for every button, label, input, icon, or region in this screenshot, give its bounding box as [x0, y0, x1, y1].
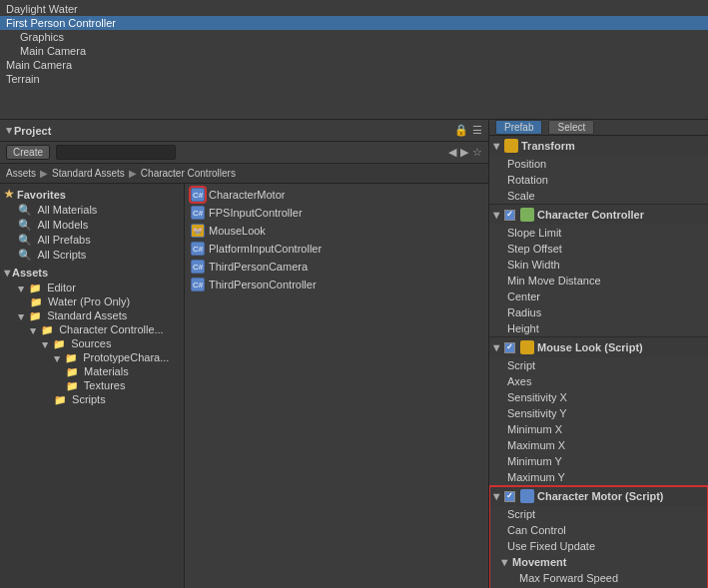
assets-tree: ★ Favorites 🔍 All Materials 🔍 All Models [0, 184, 185, 588]
skin-width-row: Skin Width [489, 257, 708, 273]
hierarchy-item-terrain[interactable]: Terrain [0, 72, 708, 86]
file-platform-input[interactable]: C# PlatformInputController [185, 240, 488, 258]
mouse-look-checkbox[interactable] [504, 342, 515, 353]
height-row: Height [489, 320, 708, 336]
movement-label: Movement [512, 556, 566, 568]
char-ctrl-component-icon [520, 208, 534, 222]
platform-input-icon: C# [191, 242, 205, 256]
search-input[interactable] [56, 145, 176, 160]
hierarchy-item-daylight-water[interactable]: Daylight Water [0, 2, 708, 16]
scripts-folder-icon: 📁 [54, 394, 66, 405]
favorites-all-materials[interactable]: 🔍 All Materials [0, 203, 184, 218]
favorites-all-models[interactable]: 🔍 All Models [0, 218, 184, 233]
rotation-label: Rotation [507, 174, 702, 186]
create-button[interactable]: Create [6, 145, 50, 160]
assets-label: Assets [12, 267, 48, 279]
scale-label: Scale [507, 190, 702, 202]
hierarchy-item-graphics[interactable]: Graphics [0, 30, 708, 44]
character-controller-section: ▶ Character Controller Slope Limit Step … [489, 205, 708, 337]
third-person-camera-icon: C# [191, 260, 205, 274]
standard-assets-expand-icon: ▶ [17, 314, 26, 320]
transform-label: Transform [521, 140, 575, 152]
project-second-icons: ◀ ▶ ☆ [448, 146, 482, 159]
mouse-look-script-row: Script [489, 357, 708, 373]
char-ctrl-header[interactable]: ▶ Character Controller [489, 205, 708, 225]
assets-expand-icon: ▶ [3, 270, 12, 276]
main-area: ▶ Project 🔒 ☰ Create ◀ ▶ ☆ Assets ▶ Stan… [0, 120, 708, 588]
use-fixed-update-row: Use Fixed Update [489, 538, 708, 554]
lock-icon[interactable]: 🔒 [454, 124, 468, 137]
hierarchy-panel: Daylight Water First Person Controller G… [0, 0, 708, 120]
character-motor-icon: C# [191, 188, 205, 202]
prefab-button[interactable]: Prefab [495, 120, 542, 135]
breadcrumb-character-controllers[interactable]: Character Controllers [141, 168, 236, 179]
menu-icon[interactable]: ☰ [472, 124, 482, 137]
project-panel: ▶ Project 🔒 ☰ Create ◀ ▶ ☆ Assets ▶ Stan… [0, 120, 489, 588]
breadcrumb: Assets ▶ Standard Assets ▶ Character Con… [0, 164, 488, 184]
char-ctrl-expand-icon: ▶ [29, 328, 38, 334]
tree-editor[interactable]: ▶ 📁 Editor [0, 281, 184, 294]
char-motor-component-icon [520, 489, 534, 503]
textures-folder-icon: 📁 [66, 380, 78, 391]
project-collapse-icon[interactable]: ▶ [5, 128, 14, 134]
radius-row: Radius [489, 304, 708, 320]
position-label: Position [507, 158, 702, 170]
third-person-ctrl-icon: C# [191, 278, 205, 292]
transform-expand-icon: ▶ [492, 143, 501, 149]
tree-water[interactable]: 📁 Water (Pro Only) [0, 294, 184, 308]
mouse-look-section: ▶ Mouse Look (Script) Script Axes Sensit… [489, 337, 708, 486]
tree-character-controllers[interactable]: ▶ 📁 Character Controlle... [0, 322, 184, 336]
favorites-all-prefabs[interactable]: 🔍 All Prefabs [0, 233, 184, 248]
search-scripts-icon: 🔍 [18, 249, 32, 261]
transform-position-row: Position [489, 156, 708, 172]
transform-header[interactable]: ▶ Transform [489, 136, 708, 156]
char-motor-label: Character Motor (Script) [537, 490, 664, 502]
favorites-section[interactable]: ★ Favorites [0, 186, 184, 203]
file-mouse-look[interactable]: 🐭 MouseLook [185, 222, 488, 240]
project-toolbar: ▶ Project 🔒 ☰ [0, 120, 488, 142]
hierarchy-item-first-person[interactable]: First Person Controller [0, 16, 708, 30]
tree-materials[interactable]: 📁 Materials [0, 364, 184, 378]
file-third-person-controller[interactable]: C# ThirdPersonController [185, 276, 488, 294]
mouse-look-header[interactable]: ▶ Mouse Look (Script) [489, 337, 708, 357]
breadcrumb-assets[interactable]: Assets [6, 168, 36, 179]
maximum-x-row: Maximum X [489, 437, 708, 453]
tree-sources[interactable]: ▶ 📁 Sources [0, 336, 184, 350]
editor-expand-icon: ▶ [17, 287, 26, 293]
inspector-toolbar: Prefab Select [489, 120, 708, 136]
tree-textures[interactable]: 📁 Textures [0, 378, 184, 392]
assets-section[interactable]: ▶ Assets [0, 265, 184, 281]
min-move-distance-row: Min Move Distance [489, 273, 708, 289]
char-motor-checkbox[interactable] [504, 491, 515, 502]
max-forward-speed-row: Max Forward Speed [489, 570, 708, 586]
right-arrow-icon[interactable]: ▶ [460, 146, 468, 159]
select-button[interactable]: Select [548, 120, 594, 135]
project-title: Project [14, 125, 51, 137]
favorites-all-scripts[interactable]: 🔍 All Scripts [0, 248, 184, 263]
minimum-y-row: Minimum Y [489, 453, 708, 469]
left-arrow-icon[interactable]: ◀ [448, 146, 456, 159]
project-second-row: Create ◀ ▶ ☆ [0, 142, 488, 164]
star-nav-icon[interactable]: ☆ [472, 146, 482, 159]
tree-prototype[interactable]: ▶ 📁 PrototypeChara... [0, 350, 184, 364]
hierarchy-item-main-camera-child[interactable]: Main Camera [0, 44, 708, 58]
sources-expand-icon: ▶ [41, 342, 50, 348]
tree-scripts[interactable]: 📁 Scripts [0, 392, 184, 406]
mouse-look-axes-row: Axes [489, 373, 708, 389]
tree-standard-assets[interactable]: ▶ 📁 Standard Assets [0, 308, 184, 322]
file-fps-input[interactable]: C# FPSInputController [185, 204, 488, 222]
file-character-motor[interactable]: C# CharacterMotor [185, 186, 488, 204]
char-ctrl-label: Character Controller [537, 209, 644, 221]
hierarchy-item-main-camera[interactable]: Main Camera [0, 58, 708, 72]
file-third-person-camera[interactable]: C# ThirdPersonCamera [185, 258, 488, 276]
char-motor-expand-icon: ▶ [492, 493, 501, 499]
breadcrumb-standard-assets[interactable]: Standard Assets [52, 168, 125, 179]
char-ctrl-checkbox[interactable] [504, 210, 515, 221]
prototype-folder-icon: 📁 [65, 352, 77, 363]
materials-folder-icon: 📁 [66, 366, 78, 377]
minimum-x-row: Minimum X [489, 421, 708, 437]
transform-section: ▶ Transform Position Rotation Scale [489, 136, 708, 205]
transform-scale-row: Scale [489, 188, 708, 204]
char-motor-header[interactable]: ▶ Character Motor (Script) [489, 486, 708, 506]
sensitivity-x-row: Sensitivity X [489, 389, 708, 405]
